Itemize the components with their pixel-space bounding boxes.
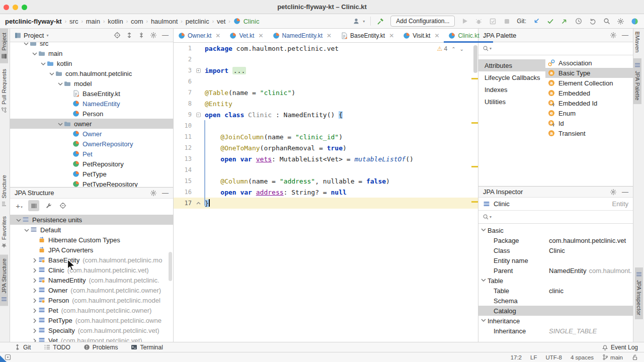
inspector-section-inheritance[interactable]: Inheritance xyxy=(478,316,633,326)
error-stripe-mark[interactable] xyxy=(471,122,478,124)
problems-toolwindow-button[interactable]: Problems xyxy=(84,344,118,351)
inspector-property-value[interactable]: com.haulmont.petclinic.vet xyxy=(549,237,626,244)
editor-tab-vet-kt[interactable]: Vet.kt✕ xyxy=(225,29,268,42)
editor-tab-baseentity-kt[interactable]: BaseEntity.kt✕ xyxy=(336,29,398,42)
prev-problem-icon[interactable]: ⌃ xyxy=(451,46,455,52)
code-line[interactable]: 6 xyxy=(174,76,478,87)
inspector-property-inheritance[interactable]: InheritanceSINGLE_TABLE xyxy=(478,326,633,336)
palette-category-attributes[interactable]: Attributes xyxy=(478,59,545,71)
status-widget-17-2[interactable]: 17:2 xyxy=(511,354,522,360)
code-line[interactable]: 3+import ... xyxy=(174,65,478,76)
palette-settings-gear-icon[interactable] xyxy=(610,32,617,39)
panel-settings-gear-icon[interactable] xyxy=(150,32,157,39)
tree-chevron-icon[interactable] xyxy=(30,317,38,324)
close-tab-icon[interactable]: ✕ xyxy=(215,32,220,39)
event-log-button[interactable]: Event Log xyxy=(602,344,638,351)
settings-gear-icon[interactable] xyxy=(616,17,625,26)
inspector-search-field[interactable]: ▾ xyxy=(478,211,633,224)
palette-item-enum[interactable]: eEnum xyxy=(545,108,633,118)
tree-chevron-icon[interactable] xyxy=(56,80,63,87)
close-window-button[interactable] xyxy=(4,5,9,10)
jpa-tree-row[interactable]: Owner(com.haulmont.petclinic.owner) xyxy=(10,285,173,295)
minimize-window-button[interactable] xyxy=(13,5,18,10)
inspector-property-entity-name[interactable]: Entity name xyxy=(478,255,633,265)
editor-scrollbar[interactable] xyxy=(473,45,477,73)
breadcrumb-class-name[interactable]: Clinic xyxy=(244,18,260,25)
tree-chevron-icon[interactable] xyxy=(30,307,38,314)
project-tree-row[interactable]: src xyxy=(10,42,173,48)
user-profile-icon[interactable] xyxy=(352,17,360,26)
tree-chevron-icon[interactable] xyxy=(30,50,38,57)
tree-chevron-icon[interactable] xyxy=(30,257,38,263)
collapse-all-icon[interactable] xyxy=(138,32,145,39)
terminal-toolwindow-button[interactable]: Terminal xyxy=(131,344,163,351)
editor-tab-namedentity-kt[interactable]: NamedEntity.kt✕ xyxy=(268,29,337,42)
inspection-widget[interactable]: ⚠ 4 ⌃ ⌄ xyxy=(437,45,464,52)
fold-marker-icon[interactable]: + xyxy=(192,68,205,73)
status-widget-4-spaces[interactable]: 4 spaces xyxy=(571,354,594,360)
close-tab-icon[interactable]: ✕ xyxy=(258,32,263,39)
stripe-tab-maven[interactable]: mMaven xyxy=(633,29,641,57)
stripe-tab-favorites[interactable]: Favorites xyxy=(0,212,8,252)
project-tree-row[interactable]: NamedEntity xyxy=(10,99,173,109)
code-line[interactable]: 15 @Column(name = "address", nullable = … xyxy=(174,175,478,187)
stripe-tab-jpa-palette[interactable]: JPA Palette xyxy=(633,58,641,105)
project-tree-row[interactable]: PetType xyxy=(10,169,173,179)
git-update-icon[interactable] xyxy=(532,17,540,26)
inspector-property-schema[interactable]: Schema xyxy=(478,296,633,306)
tree-chevron-icon[interactable] xyxy=(56,121,63,127)
code-line[interactable]: 11 @JoinColumn(name = "clinic_id") xyxy=(174,131,478,142)
palette-item-association[interactable]: Association xyxy=(545,58,633,68)
git-branch-widget[interactable]: main xyxy=(602,354,623,360)
project-tree-row[interactable]: model xyxy=(10,78,173,88)
jpa-tree-row[interactable]: Specialty(com.haulmont.petclinic.vet) xyxy=(10,325,173,335)
jpa-tree-row[interactable]: Person(com.haulmont.petclinic.model xyxy=(10,295,173,305)
inspector-property-value[interactable]: SINGLE_TABLE xyxy=(549,327,597,335)
search-everywhere-icon[interactable] xyxy=(602,17,611,26)
jpa-tree-row[interactable]: Clinic(com.haulmont.petclinic.vet) xyxy=(10,265,173,275)
jpa-tree-scrollbar[interactable] xyxy=(169,252,172,281)
next-problem-icon[interactable]: ⌄ xyxy=(460,46,464,52)
palette-category-utilities[interactable]: Utilities xyxy=(478,96,545,108)
error-stripe-mark[interactable] xyxy=(471,201,478,203)
breadcrumb-item-src[interactable]: src xyxy=(69,18,78,25)
inspector-property-value[interactable]: Clinic xyxy=(549,247,565,254)
breadcrumb-item-kotlin[interactable]: kotlin xyxy=(108,18,123,25)
user-dropdown-icon[interactable]: ▾ xyxy=(363,19,365,24)
breadcrumb-item-haulmont[interactable]: haulmont xyxy=(151,18,178,25)
search-options-icon[interactable]: ▾ xyxy=(490,46,492,51)
tree-chevron-icon[interactable] xyxy=(30,297,38,304)
git-push-icon[interactable] xyxy=(560,17,569,26)
locate-file-icon[interactable] xyxy=(114,32,121,39)
tree-chevron-icon[interactable] xyxy=(14,217,22,223)
tree-chevron-icon[interactable] xyxy=(30,277,38,284)
rollback-icon[interactable] xyxy=(588,17,597,26)
breadcrumb-project-name[interactable]: petclinic-flyway-kt xyxy=(5,18,62,25)
fold-marker-icon[interactable]: − xyxy=(192,113,205,117)
jpa-tree-row[interactable]: Persistence units xyxy=(10,215,173,225)
stripe-tab-project[interactable]: Project xyxy=(0,29,8,63)
jpa-tree-row[interactable]: Hibernate Custom Types xyxy=(10,235,173,245)
status-widget-utf-8[interactable]: UTF-8 xyxy=(545,354,562,360)
palette-item-basic-type[interactable]: aBasic Type xyxy=(545,68,633,78)
inspector-property-parent[interactable]: ParentNamedEntitycom.haulmont. xyxy=(478,265,633,276)
inspector-section-basic[interactable]: Basic xyxy=(478,225,633,235)
jpa-tree-row[interactable]: Pet(com.haulmont.petclinic.owner) xyxy=(10,305,173,315)
jpa-tree-row[interactable]: BaseEntity(com.haulmont.petclinic.mo xyxy=(10,255,173,265)
code-line[interactable]: 8@Entity xyxy=(174,98,478,109)
stripe-tab-jpa-inspector[interactable]: JPA Inspector xyxy=(635,267,643,319)
tree-chevron-icon[interactable] xyxy=(47,70,55,77)
inspector-settings-gear-icon[interactable] xyxy=(610,189,617,196)
tree-chevron-icon[interactable] xyxy=(30,267,38,274)
inspector-property-catalog[interactable]: Catalog xyxy=(478,306,633,316)
project-tree-row[interactable]: main xyxy=(10,48,173,58)
jpa-locate-icon[interactable] xyxy=(57,200,68,211)
git-toolwindow-button[interactable]: Git xyxy=(14,344,31,351)
breadcrumb-item-vet[interactable]: vet xyxy=(217,18,225,25)
close-tab-icon[interactable]: ✕ xyxy=(483,32,488,39)
code-line[interactable]: 12 @OneToMany(orphanRemoval = true) xyxy=(174,142,478,153)
tree-chevron-icon[interactable] xyxy=(30,327,38,334)
stripe-tab-structure[interactable]: Structure xyxy=(0,171,8,211)
expand-all-icon[interactable] xyxy=(126,32,133,39)
stripe-tab-jpa-structure[interactable]: JPA Structure xyxy=(0,254,8,306)
